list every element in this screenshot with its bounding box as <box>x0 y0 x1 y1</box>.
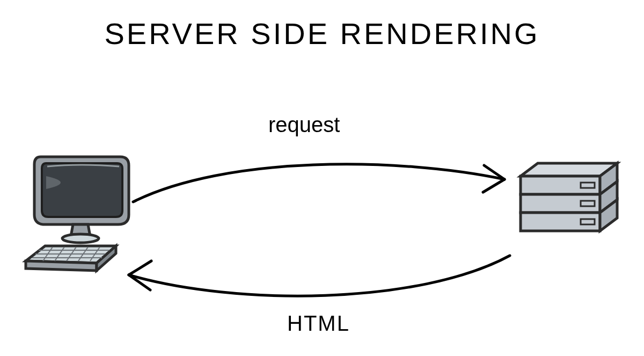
request-label: request <box>268 113 340 137</box>
diagram-title: SERVER SIDE RENDERING <box>104 16 539 51</box>
response-arrow-icon <box>118 247 515 311</box>
svg-point-0 <box>62 234 99 243</box>
response-label: HTML <box>287 311 350 336</box>
request-arrow-icon <box>129 150 515 215</box>
server-stack-icon <box>515 156 623 263</box>
